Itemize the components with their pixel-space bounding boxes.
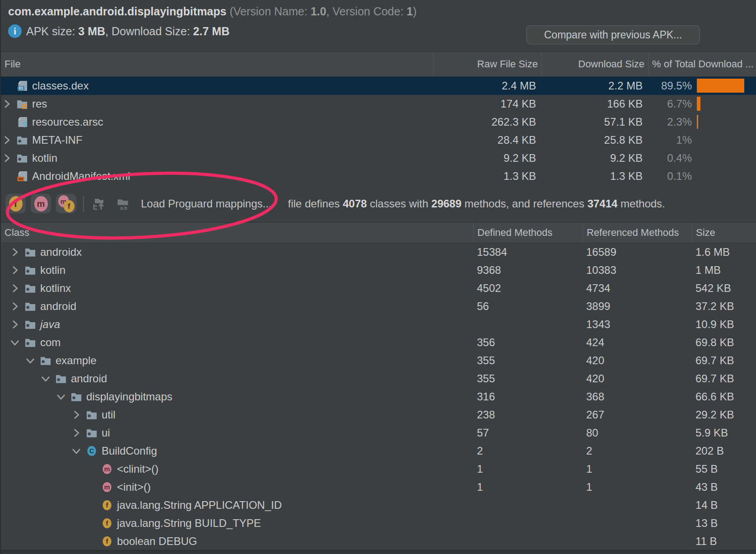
column-header-class[interactable]: Class xyxy=(1,223,473,243)
chevron-icon[interactable] xyxy=(9,337,24,348)
svg-text:a.b: a.b xyxy=(120,205,127,211)
class-row[interactable]: androidx 15384 16589 1.6 MB xyxy=(1,243,756,261)
svg-text:?: ? xyxy=(22,121,27,128)
field-icon: f xyxy=(101,499,113,511)
file-name-cell: res xyxy=(1,95,433,113)
referenced-methods-cell: 1 xyxy=(583,478,692,496)
defined-methods-cell: 356 xyxy=(473,333,583,352)
class-row[interactable]: kotlinx 4502 4734 542 KB xyxy=(1,279,756,297)
class-name: <init>() xyxy=(117,481,151,493)
chevron-icon[interactable] xyxy=(86,517,101,529)
defined-methods-cell: 15384 xyxy=(473,243,583,261)
chevron-icon[interactable] xyxy=(70,409,86,421)
column-header-size[interactable]: Size xyxy=(692,223,756,243)
size-cell: 37.2 KB xyxy=(692,297,756,315)
referenced-methods-cell: 267 xyxy=(583,406,692,424)
class-row[interactable]: java 1343 10.9 KB xyxy=(1,315,756,333)
pct-of-total-cell: 89.5% xyxy=(648,77,756,95)
class-row[interactable]: util 238 267 29.2 KB xyxy=(1,406,756,424)
svg-text:m: m xyxy=(104,465,110,473)
chevron-icon[interactable] xyxy=(24,355,40,366)
column-header-raw-file-size[interactable]: Raw File Size xyxy=(433,52,541,76)
class-row[interactable]: C BuildConfig 2 2 202 B xyxy=(1,442,756,460)
show-all-filter-button[interactable]: mf xyxy=(56,194,76,213)
pct-value: 89.5% xyxy=(648,80,692,92)
file-row[interactable]: META-INF 28.4 KB 25.8 KB 1% xyxy=(1,131,756,149)
chevron-icon[interactable] xyxy=(86,499,101,511)
defined-methods-cell: 56 xyxy=(473,297,583,315)
pct-of-total-cell: 2.3% xyxy=(648,113,756,131)
chevron-icon[interactable] xyxy=(1,170,16,182)
class-name: kotlinx xyxy=(40,282,71,295)
referenced-methods-cell xyxy=(583,514,692,532)
size-cell: 69.7 KB xyxy=(692,370,756,388)
apk-analyzer-window: com.example.android.displayingbitmaps (V… xyxy=(0,0,756,554)
chevron-icon[interactable] xyxy=(55,391,70,403)
column-header-download-size[interactable]: Download Size xyxy=(541,52,648,76)
deobfuscate-names-icon[interactable]: a.b xyxy=(115,196,131,212)
chevron-icon[interactable] xyxy=(86,535,101,547)
file-row[interactable]: kotlin 9.2 KB 9.2 KB 0.4% xyxy=(1,149,756,167)
compare-with-previous-apk-button[interactable]: Compare with previous APK... xyxy=(526,25,700,44)
class-name: java xyxy=(40,318,60,331)
chevron-icon[interactable] xyxy=(86,463,101,475)
defined-methods-cell: 355 xyxy=(473,370,583,388)
file-row[interactable]: res 174 KB 166 KB 6.7% xyxy=(1,95,756,113)
column-header-file[interactable]: File xyxy=(1,52,433,76)
class-row[interactable]: displayingbitmaps 316 368 66.6 KB xyxy=(1,388,756,406)
pct-value: 6.7% xyxy=(648,98,692,110)
class-row[interactable]: com 356 424 69.8 KB xyxy=(1,333,756,352)
download-pct-bar xyxy=(697,169,752,183)
chevron-icon[interactable] xyxy=(1,98,16,110)
class-name-cell: displayingbitmaps xyxy=(1,388,473,406)
class-row[interactable]: example 355 420 69.7 KB xyxy=(1,352,756,370)
file-row[interactable]: 01 classes.dex 2.4 MB 2.2 MB 89.5% xyxy=(1,77,756,95)
xml-file-icon: <> xyxy=(16,170,28,182)
show-fields-filter-button[interactable]: f xyxy=(5,194,26,213)
size-cell: 11 B xyxy=(692,532,756,550)
show-methods-filter-button[interactable]: m xyxy=(31,194,51,213)
class-row[interactable]: m <init>() 1 1 43 B xyxy=(1,478,756,496)
chevron-icon[interactable] xyxy=(70,445,86,457)
chevron-icon[interactable] xyxy=(40,373,55,385)
defined-methods-cell: 4502 xyxy=(473,279,583,297)
class-row[interactable]: f java.lang.String APPLICATION_ID 14 B xyxy=(1,496,756,514)
class-row[interactable]: android 355 420 69.7 KB xyxy=(1,370,756,388)
class-row[interactable]: m <clinit>() 1 1 55 B xyxy=(1,460,756,478)
class-name-cell: f boolean DEBUG xyxy=(1,532,473,550)
pct-of-total-cell: 1% xyxy=(648,131,756,149)
class-row[interactable]: ui 57 80 5.9 KB xyxy=(1,424,756,442)
svg-text:m: m xyxy=(104,484,110,491)
chevron-icon[interactable] xyxy=(1,152,16,164)
column-header-defined-methods[interactable]: Defined Methods xyxy=(473,223,583,243)
folder-icon xyxy=(86,409,98,421)
file-name-cell: <> AndroidManifest.xml xyxy=(1,167,433,185)
class-row[interactable]: f boolean DEBUG 11 B xyxy=(1,532,756,550)
class-row[interactable]: f java.lang.String BUILD_TYPE 13 B xyxy=(1,514,756,532)
class-row[interactable]: kotlin 9368 10383 1 MB xyxy=(1,261,756,279)
column-header-pct-of-total-download[interactable]: % of Total Download ... xyxy=(648,52,756,76)
field-icon: f xyxy=(101,517,113,529)
chevron-icon[interactable] xyxy=(9,319,24,330)
chevron-icon[interactable] xyxy=(9,300,24,312)
column-header-referenced-methods[interactable]: Referenced Methods xyxy=(583,223,692,243)
chevron-icon[interactable] xyxy=(9,282,24,294)
expand-mappings-icon[interactable] xyxy=(90,196,107,212)
class-row[interactable]: android 56 3899 37.2 KB xyxy=(1,297,756,315)
arsc-file-icon: ? xyxy=(16,116,28,128)
chevron-icon[interactable] xyxy=(1,134,16,146)
class-name: java.lang.String BUILD_TYPE xyxy=(117,517,261,530)
class-table-header: Class Defined Methods Referenced Methods… xyxy=(1,223,756,243)
size-cell: 66.6 KB xyxy=(692,388,756,406)
chevron-icon[interactable] xyxy=(1,116,16,128)
chevron-icon[interactable] xyxy=(1,80,16,92)
chevron-icon[interactable] xyxy=(9,246,24,258)
pct-of-total-cell: 0.1% xyxy=(648,167,756,185)
file-row[interactable]: ? resources.arsc 262.3 KB 57.1 KB 2.3% xyxy=(1,113,756,131)
file-row[interactable]: <> AndroidManifest.xml 1.3 KB 1.3 KB 0.1… xyxy=(1,167,756,185)
chevron-icon[interactable] xyxy=(70,427,86,439)
size-cell: 1.6 MB xyxy=(692,243,756,261)
load-proguard-mappings-link[interactable]: Load Proguard mappings... xyxy=(141,197,272,210)
chevron-icon[interactable] xyxy=(86,481,101,493)
chevron-icon[interactable] xyxy=(9,264,24,276)
